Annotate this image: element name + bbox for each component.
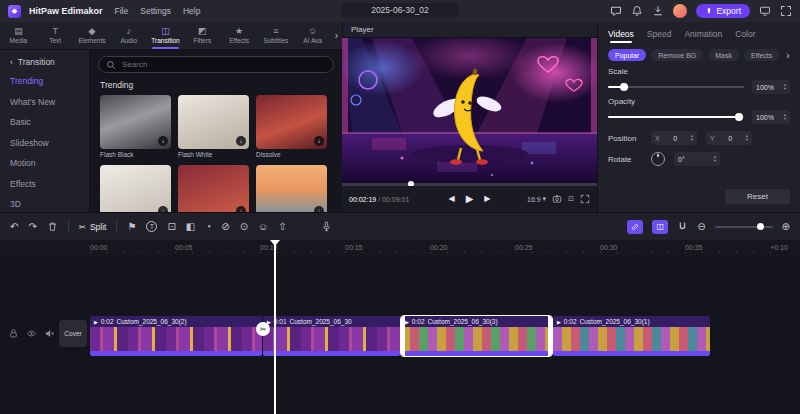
tab-filters[interactable]: ◩Filters (184, 22, 221, 49)
timeline-zoom-slider[interactable] (715, 226, 773, 228)
menu-settings[interactable]: Settings (140, 6, 171, 16)
stepper-down-icon[interactable]: ▾ (746, 138, 748, 142)
transition-card[interactable]: ↓ (256, 165, 327, 212)
cover-button[interactable]: Cover (59, 320, 87, 347)
tab-elements[interactable]: ◆Elements (74, 22, 111, 49)
tabs-overflow-chevron-icon[interactable]: › (331, 22, 342, 49)
delete-icon[interactable] (47, 221, 58, 232)
transition-card[interactable]: ↓ Flash Black (100, 95, 171, 158)
zoom-in-icon[interactable]: ⊕ (782, 222, 790, 232)
opacity-value-stepper[interactable]: 100%▴▾ (752, 110, 790, 124)
tab-text[interactable]: TText (37, 22, 74, 49)
opacity-slider[interactable] (608, 116, 744, 118)
redo-icon[interactable]: ↷ (28, 222, 36, 232)
ripple-link-icon[interactable] (627, 220, 643, 234)
menu-help[interactable]: Help (183, 6, 200, 16)
props-tab-color[interactable]: Color (735, 29, 755, 39)
sidebar-item-3d[interactable]: 3D (10, 199, 89, 209)
play-button[interactable]: ▶ (466, 194, 474, 204)
snapshot-icon[interactable] (552, 194, 562, 204)
tab-ai-avatar[interactable]: ☺AI Ava (294, 22, 331, 49)
sidebar-item-slideshow[interactable]: Slideshow (10, 138, 89, 148)
fit-screen-icon[interactable]: ⊡ (568, 195, 574, 203)
snapshot-tool-icon[interactable]: ⊙ (240, 222, 248, 232)
reset-button[interactable]: Reset (725, 189, 790, 204)
scale-slider-knob[interactable] (620, 83, 628, 91)
stepper-down-icon[interactable]: ▾ (784, 117, 786, 121)
mask-tool-icon[interactable]: ◧ (186, 222, 195, 232)
props-tab-videos[interactable]: Videos (608, 29, 634, 39)
subtab-mask[interactable]: Mask (708, 49, 739, 61)
opacity-slider-knob[interactable] (735, 113, 743, 121)
subtab-remove-bg[interactable]: Remove BG (651, 49, 703, 61)
export-button[interactable]: Export (696, 4, 750, 18)
text-tool-icon[interactable]: T (146, 221, 157, 232)
subtab-popular[interactable]: Popular (608, 49, 646, 61)
project-title[interactable]: 2025-06-30_02 (341, 3, 459, 17)
scale-value-stepper[interactable]: 100%▴▾ (752, 80, 790, 94)
notification-icon[interactable] (631, 5, 643, 17)
marker-tool-icon[interactable]: ⚑ (127, 222, 136, 232)
stepper-down-icon[interactable]: ▾ (784, 87, 786, 91)
sidebar-item-motion[interactable]: Motion (10, 158, 89, 168)
aspect-ratio-select[interactable]: 16:9▾ (527, 195, 546, 203)
sidebar-item-effects[interactable]: Effects (10, 179, 89, 189)
position-y-stepper[interactable]: Y0▴▾ (706, 131, 752, 145)
timeline-clip[interactable]: ▶0:02Custom_2025_06_30(1) (553, 316, 710, 356)
next-frame-button[interactable]: ▶ (484, 195, 490, 203)
subtab-effects[interactable]: Effects (744, 49, 779, 61)
sidebar-item-basic[interactable]: Basic (10, 117, 89, 127)
transition-card[interactable]: ↓ (100, 165, 171, 212)
props-tab-speed[interactable]: Speed (647, 29, 672, 39)
position-x-stepper[interactable]: X0▴▾ (651, 131, 697, 145)
tab-audio[interactable]: ♪Audio (110, 22, 147, 49)
rotate-dial-icon[interactable] (651, 152, 665, 166)
stepper-down-icon[interactable]: ▾ (691, 138, 693, 142)
speed-tool-icon[interactable]: ◔ (205, 222, 211, 232)
tab-media[interactable]: ▤Media (0, 22, 37, 49)
playhead-handle[interactable] (270, 240, 280, 246)
tab-effects[interactable]: ★Effects (221, 22, 258, 49)
user-avatar[interactable] (673, 4, 687, 18)
prev-frame-button[interactable]: ◀ (448, 195, 454, 203)
search-input[interactable] (120, 59, 326, 70)
download-badge-icon[interactable]: ↓ (314, 136, 324, 146)
split-button[interactable]: ✂Split (79, 222, 107, 232)
download-badge-icon[interactable]: ↓ (158, 136, 168, 146)
timeline-clip[interactable]: ▶0:02Custom_2025_06_30(2) (90, 316, 262, 356)
timeline-clip[interactable]: ▶0:01Custom_2025_06_30 (263, 316, 400, 356)
menu-file[interactable]: File (115, 6, 129, 16)
transition-card[interactable]: ↓ Dissolve (256, 95, 327, 158)
download-badge-icon[interactable]: ↓ (236, 136, 246, 146)
undo-icon[interactable]: ↶ (10, 222, 18, 232)
zoom-slider-knob[interactable] (757, 223, 764, 230)
scale-slider[interactable] (608, 86, 744, 88)
crop-tool-icon[interactable]: ⊡ (167, 222, 175, 232)
sidebar-item-trending[interactable]: Trending (10, 76, 89, 86)
track-visibility-icon[interactable] (26, 328, 37, 339)
back-chevron-icon[interactable]: ‹ (10, 57, 13, 67)
sidebar-item-whats-new[interactable]: What's New (10, 97, 89, 107)
timeline-clip-selected[interactable]: ▶0:02Custom_2025_06_30(3) (401, 316, 552, 356)
download-icon[interactable] (652, 5, 664, 17)
magnet-icon[interactable] (677, 221, 688, 232)
chat-icon[interactable] (610, 5, 622, 17)
transition-card[interactable]: ↓ Flash White (178, 95, 249, 158)
track-mode-icon[interactable]: ◫ (652, 220, 668, 234)
upload-tool-icon[interactable]: ⇧ (278, 222, 286, 232)
subtabs-more-chevron-icon[interactable]: › (786, 50, 789, 61)
clip-trim-handle-right[interactable] (548, 316, 552, 356)
tab-subtitles[interactable]: ≡Subtitles (257, 22, 294, 49)
split-cursor-icon[interactable]: ✂ (256, 322, 270, 336)
tab-transition[interactable]: ◫Transition (147, 22, 184, 49)
transition-card[interactable]: ↓ (178, 165, 249, 212)
player-fullscreen-icon[interactable] (580, 194, 590, 204)
video-preview[interactable] (342, 38, 597, 183)
timeline-ruler[interactable]: 00:00 00:05 00:10 00:15 00:20 00:25 00:3… (0, 240, 800, 256)
track-lock-icon[interactable] (8, 328, 19, 339)
fullscreen-icon[interactable] (780, 5, 792, 17)
rotate-value-stepper[interactable]: 0°▴▾ (674, 152, 720, 166)
zoom-out-icon[interactable]: ⊖ (697, 222, 705, 232)
playhead-line[interactable] (274, 240, 276, 414)
mic-icon[interactable] (321, 221, 332, 232)
